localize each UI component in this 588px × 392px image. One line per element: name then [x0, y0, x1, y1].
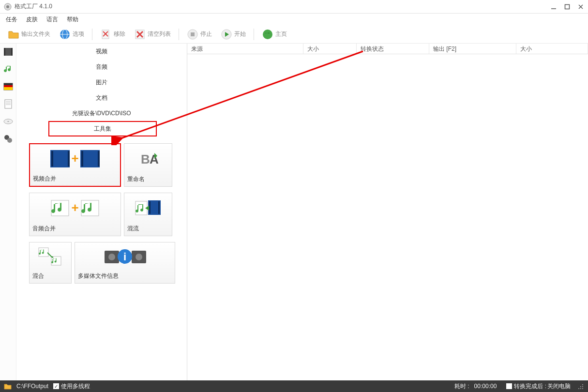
separator: [254, 29, 254, 40]
tool-media-info[interactable]: i 多媒体文件信息: [75, 242, 175, 284]
svg-point-18: [263, 30, 272, 39]
svg-rect-24: [4, 85, 13, 87]
svg-point-59: [582, 384, 583, 385]
col-size[interactable]: 大小: [303, 44, 357, 54]
video-join-icon: +: [30, 144, 120, 173]
image-icon[interactable]: [3, 81, 14, 92]
home-button[interactable]: 主页: [259, 28, 290, 41]
col-output[interactable]: 输出 [F2]: [429, 44, 516, 54]
elapsed-label: 耗时 :: [454, 382, 469, 391]
play-icon: [221, 29, 232, 40]
sidebar-icons: [0, 44, 16, 380]
svg-rect-3: [565, 4, 570, 9]
clear-icon: [134, 29, 146, 40]
category-tools[interactable]: 工具集: [48, 121, 157, 136]
svg-point-64: [578, 388, 579, 389]
checkbox-checked-icon: ✓: [53, 383, 59, 389]
video-icon[interactable]: [3, 46, 14, 57]
tool-mix[interactable]: 混合: [29, 242, 72, 284]
svg-rect-39: [98, 151, 100, 166]
doc-icon[interactable]: [3, 99, 14, 109]
svg-rect-36: [68, 151, 70, 166]
elapsed-value: 00:00:00: [474, 383, 497, 390]
menu-help[interactable]: 帮助: [67, 15, 78, 24]
tool-rename-label: 重命名: [124, 173, 172, 186]
remove-icon: [100, 29, 112, 40]
after-check[interactable]: 转换完成后 : 关闭电脑: [506, 382, 571, 391]
separator: [92, 29, 92, 40]
svg-rect-16: [191, 32, 195, 36]
folder-small-icon: [4, 382, 12, 390]
svg-point-63: [580, 388, 581, 389]
tool-mux[interactable]: 混流: [124, 193, 172, 236]
audio-join-icon: +: [30, 193, 121, 223]
minimize-button[interactable]: [550, 3, 557, 10]
tool-grid: + 视频合并 BA 重命名: [16, 140, 187, 286]
mux-icon: [124, 193, 172, 223]
category-image[interactable]: 图片: [16, 75, 187, 90]
stop-button[interactable]: 停止: [184, 28, 215, 41]
svg-point-31: [7, 121, 9, 122]
svg-rect-35: [51, 151, 53, 166]
tool-mux-label: 混流: [124, 223, 172, 236]
tool-video-join-label: 视频合并: [30, 173, 120, 186]
category-video[interactable]: 视频: [16, 44, 187, 59]
output-path[interactable]: C:\FFOutput: [16, 383, 48, 390]
tool-video-join[interactable]: + 视频合并: [29, 143, 121, 187]
category-drive[interactable]: 光驱设备\DVD\CD\ISO: [16, 106, 187, 121]
tool-audio-join-label: 音频合并: [30, 223, 121, 236]
stop-icon: [187, 29, 198, 40]
tools-icon[interactable]: [3, 134, 14, 144]
svg-text:B: B: [141, 152, 150, 166]
svg-point-62: [582, 388, 583, 389]
table-area: 来源 大小 转换状态 输出 [F2] 大小: [187, 44, 588, 380]
resize-grip-icon[interactable]: [578, 383, 584, 389]
remove-button[interactable]: 移除: [97, 28, 128, 41]
svg-point-53: [108, 254, 115, 260]
media-info-icon: i: [75, 242, 175, 270]
multithread-check[interactable]: ✓ 使用多线程: [53, 382, 90, 391]
tool-media-info-label: 多媒体文件信息: [75, 270, 175, 283]
close-button[interactable]: [577, 3, 584, 10]
category-doc[interactable]: 文档: [16, 90, 187, 106]
app-title: 格式工厂 4.1.0: [15, 2, 550, 11]
svg-text:+: +: [71, 200, 78, 215]
separator: [179, 29, 179, 40]
menu-skin[interactable]: 皮肤: [26, 15, 38, 24]
app-icon: [4, 3, 12, 11]
left-panel: 视频 音频 图片 文档 光驱设备\DVD\CD\ISO 工具集 +: [16, 44, 187, 380]
col-status[interactable]: 转换状态: [357, 44, 429, 54]
svg-point-33: [7, 138, 12, 143]
tool-rename[interactable]: BA 重命名: [124, 143, 172, 187]
checkbox-empty-icon: [506, 383, 512, 389]
menubar: 任务 皮肤 语言 帮助: [0, 14, 588, 25]
maximize-button[interactable]: [564, 3, 571, 10]
output-folder-button[interactable]: 输出文件夹: [5, 28, 53, 41]
options-button[interactable]: 选项: [56, 28, 87, 41]
col-size2[interactable]: 大小: [516, 44, 588, 54]
svg-text:+: +: [71, 151, 78, 166]
table-header: 来源 大小 转换状态 输出 [F2] 大小: [187, 44, 588, 54]
svg-point-55: [136, 254, 142, 260]
audio-icon[interactable]: [3, 64, 14, 75]
clear-button[interactable]: 清空列表: [131, 28, 174, 41]
tool-mix-label: 混合: [30, 270, 71, 283]
category-list: 视频 音频 图片 文档 光驱设备\DVD\CD\ISO 工具集: [16, 44, 187, 136]
svg-rect-49: [158, 201, 160, 214]
home-globe-icon: [262, 29, 273, 40]
folder-icon: [8, 29, 19, 40]
svg-rect-26: [5, 100, 12, 108]
svg-text:i: i: [123, 251, 126, 263]
menu-task[interactable]: 任务: [6, 15, 17, 24]
svg-point-1: [6, 5, 9, 8]
globe-icon: [59, 29, 71, 40]
start-button[interactable]: 开始: [218, 28, 249, 41]
svg-rect-23: [4, 83, 13, 85]
disc-icon[interactable]: [3, 116, 14, 127]
menu-language[interactable]: 语言: [46, 15, 58, 24]
svg-rect-20: [4, 48, 5, 56]
category-audio[interactable]: 音频: [16, 59, 187, 75]
svg-rect-48: [149, 201, 151, 214]
col-source[interactable]: 来源: [187, 44, 303, 54]
tool-audio-join[interactable]: + 音频合并: [29, 193, 121, 236]
